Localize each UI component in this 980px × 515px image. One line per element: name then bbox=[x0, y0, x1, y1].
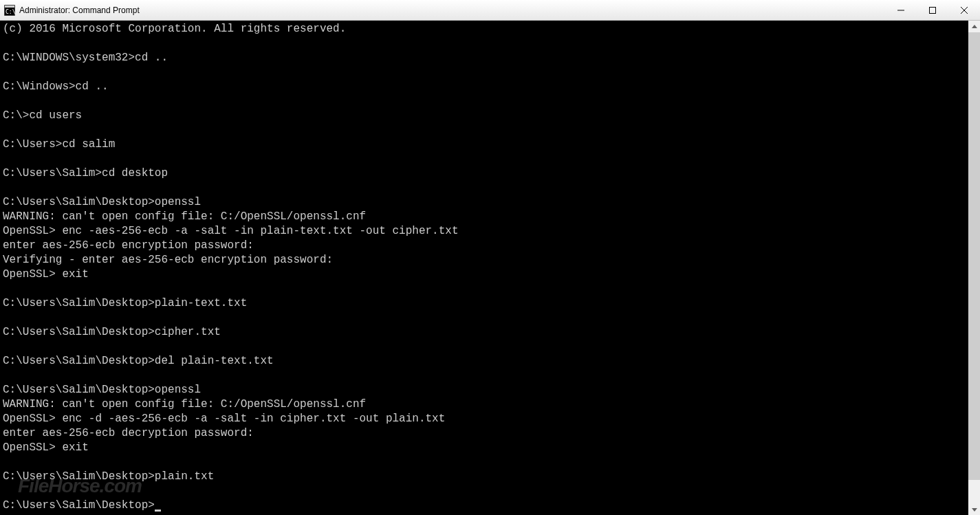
window-controls bbox=[885, 0, 980, 20]
vertical-scrollbar[interactable] bbox=[968, 21, 980, 515]
terminal-output[interactable]: (c) 2016 Microsoft Corporation. All righ… bbox=[0, 21, 968, 515]
window-title: Administrator: Command Prompt bbox=[19, 6, 885, 15]
svg-text:C:\: C:\ bbox=[6, 9, 15, 15]
cursor bbox=[155, 509, 161, 512]
close-button[interactable] bbox=[948, 0, 980, 20]
terminal-area: (c) 2016 Microsoft Corporation. All righ… bbox=[0, 21, 980, 515]
svg-rect-1 bbox=[5, 6, 14, 8]
scroll-track[interactable] bbox=[968, 32, 980, 503]
scroll-thumb[interactable] bbox=[968, 32, 980, 480]
titlebar[interactable]: C:\ Administrator: Command Prompt bbox=[0, 0, 980, 21]
cmd-icon: C:\ bbox=[4, 5, 15, 16]
svg-rect-4 bbox=[930, 7, 936, 13]
scroll-down-arrow-icon[interactable] bbox=[968, 503, 980, 515]
minimize-button[interactable] bbox=[885, 0, 917, 20]
scroll-up-arrow-icon[interactable] bbox=[968, 21, 980, 32]
maximize-button[interactable] bbox=[917, 0, 948, 20]
